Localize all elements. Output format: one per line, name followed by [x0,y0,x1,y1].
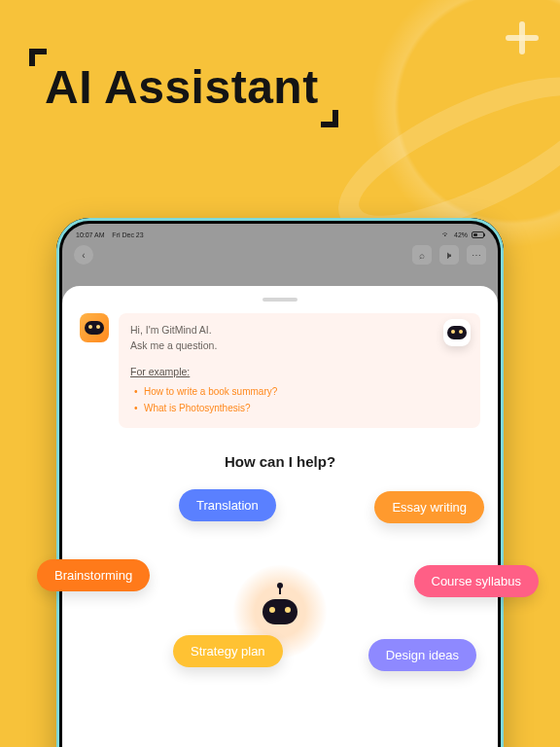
battery-icon [472,231,484,238]
speaker-icon: 🕨 [444,250,454,261]
example-block: For example: How to write a book summary… [130,366,469,416]
hero-title: AI Assistant [45,60,319,114]
status-bar: 10:07 AM Fri Dec 23 ᯤ 42% [62,224,498,241]
help-heading: How can I help? [80,453,480,470]
chip-translation[interactable]: Translation [179,489,276,521]
sparkle-icon [506,21,539,54]
bot-antenna-icon [279,587,281,594]
sound-button[interactable]: 🕨 [439,245,459,265]
status-date: Fri Dec 23 [112,231,143,238]
example-list: How to write a book summary? What is Pho… [130,383,469,416]
wifi-icon: ᯤ [442,231,450,239]
hero-title-wrap: AI Assistant [45,60,319,114]
intro-line-2: Ask me a question. [130,338,469,354]
tablet-frame: 10:07 AM Fri Dec 23 ᯤ 42% ‹ ⌕ 🕨 ⋯ [56,218,504,747]
bot-badge[interactable] [443,319,471,346]
chip-design-ideas[interactable]: Design ideas [368,639,476,671]
bot-face-icon [262,599,298,624]
chip-strategy-plan[interactable]: Strategy plan [173,635,283,667]
example-item[interactable]: How to write a book summary? [134,383,469,400]
intro-line-1: Hi, I'm GitMind AI. [130,323,469,338]
intro-bubble: Hi, I'm GitMind AI. Ask me a question. F… [119,313,480,428]
chip-essay-writing[interactable]: Essay writing [374,491,484,523]
status-time: 10:07 AM [76,231,105,238]
search-icon: ⌕ [419,250,425,261]
example-item[interactable]: What is Photosynthesis? [134,400,469,416]
bracket-bottom-right-icon [321,110,338,127]
chat-sheet: Hi, I'm GitMind AI. Ask me a question. F… [62,286,498,747]
example-heading: For example: [130,366,469,377]
ellipsis-icon: ⋯ [472,250,481,261]
intro-row: Hi, I'm GitMind AI. Ask me a question. F… [80,313,480,428]
chip-brainstorming[interactable]: Brainstorming [37,559,150,591]
bot-face-icon [85,321,104,335]
search-button[interactable]: ⌕ [412,245,432,265]
bot-face-icon [447,326,467,339]
tablet-screen: 10:07 AM Fri Dec 23 ᯤ 42% ‹ ⌕ 🕨 ⋯ [62,224,498,747]
status-right: ᯤ 42% [442,231,484,239]
more-button[interactable]: ⋯ [467,245,486,265]
bot-avatar [80,313,109,342]
app-toolbar: ‹ ⌕ 🕨 ⋯ [62,243,498,267]
sheet-handle[interactable] [262,298,298,302]
back-button[interactable]: ‹ [74,245,93,265]
bracket-top-left-icon [29,49,47,66]
battery-percent: 42% [454,231,468,238]
status-left: 10:07 AM Fri Dec 23 [76,231,144,238]
suggestion-cloud: Translation Essay writing Brainstorming … [80,483,480,688]
chip-course-syllabus[interactable]: Course syllabus [414,565,540,597]
